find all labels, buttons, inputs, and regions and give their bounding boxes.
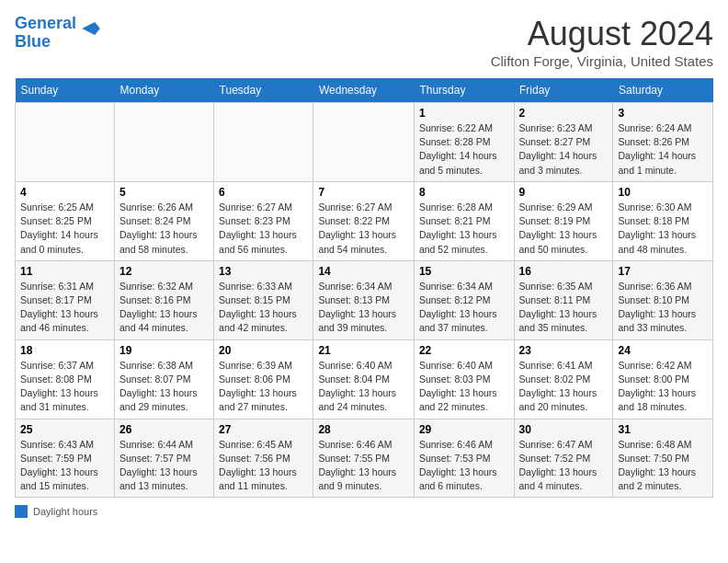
calendar-day-header: Wednesday <box>313 78 415 103</box>
day-number: 3 <box>618 107 708 120</box>
day-info: Sunrise: 6:29 AMSunset: 8:19 PMDaylight:… <box>519 201 609 257</box>
day-info: Sunrise: 6:27 AMSunset: 8:22 PMDaylight:… <box>318 201 409 257</box>
calendar-cell: 5Sunrise: 6:26 AMSunset: 8:24 PMDaylight… <box>114 181 213 260</box>
calendar-day-header: Tuesday <box>214 78 313 103</box>
day-number: 18 <box>20 344 109 357</box>
day-number: 1 <box>419 107 509 120</box>
legend-color-box <box>15 505 28 518</box>
day-info: Sunrise: 6:35 AMSunset: 8:11 PMDaylight:… <box>519 280 609 336</box>
calendar-cell: 27Sunrise: 6:45 AMSunset: 7:56 PMDayligh… <box>214 419 313 498</box>
day-info: Sunrise: 6:27 AMSunset: 8:23 PMDaylight:… <box>219 201 308 257</box>
day-info: Sunrise: 6:42 AMSunset: 8:00 PMDaylight:… <box>618 359 708 415</box>
day-number: 15 <box>419 265 509 278</box>
day-number: 12 <box>119 265 209 278</box>
calendar-cell: 28Sunrise: 6:46 AMSunset: 7:55 PMDayligh… <box>313 419 415 498</box>
day-info: Sunrise: 6:31 AMSunset: 8:17 PMDaylight:… <box>20 280 109 336</box>
day-number: 2 <box>519 107 609 120</box>
calendar-cell: 7Sunrise: 6:27 AMSunset: 8:22 PMDaylight… <box>313 181 415 260</box>
day-number: 25 <box>20 423 109 436</box>
day-number: 7 <box>318 186 409 199</box>
day-info: Sunrise: 6:46 AMSunset: 7:55 PMDaylight:… <box>318 438 409 494</box>
day-number: 30 <box>519 423 609 436</box>
day-info: Sunrise: 6:37 AMSunset: 8:08 PMDaylight:… <box>20 359 109 415</box>
calendar-cell: 10Sunrise: 6:30 AMSunset: 8:18 PMDayligh… <box>613 181 713 260</box>
day-number: 8 <box>419 186 509 199</box>
calendar-cell: 17Sunrise: 6:36 AMSunset: 8:10 PMDayligh… <box>613 260 713 339</box>
logo: General Blue <box>15 15 104 52</box>
day-info: Sunrise: 6:36 AMSunset: 8:10 PMDaylight:… <box>618 280 708 336</box>
day-number: 5 <box>119 186 209 199</box>
calendar-cell: 23Sunrise: 6:41 AMSunset: 8:02 PMDayligh… <box>514 339 613 419</box>
location-title: Clifton Forge, Virginia, United States <box>491 53 713 69</box>
calendar-cell: 25Sunrise: 6:43 AMSunset: 7:59 PMDayligh… <box>16 419 115 498</box>
calendar-cell: 8Sunrise: 6:28 AMSunset: 8:21 PMDaylight… <box>414 181 514 260</box>
calendar-cell: 19Sunrise: 6:38 AMSunset: 8:07 PMDayligh… <box>114 339 213 419</box>
day-number: 17 <box>618 265 708 278</box>
day-info: Sunrise: 6:46 AMSunset: 7:53 PMDaylight:… <box>419 438 509 494</box>
day-info: Sunrise: 6:33 AMSunset: 8:15 PMDaylight:… <box>219 280 308 336</box>
calendar-cell <box>16 103 115 182</box>
day-number: 31 <box>618 423 708 436</box>
day-info: Sunrise: 6:39 AMSunset: 8:06 PMDaylight:… <box>219 359 308 415</box>
day-number: 20 <box>219 344 308 357</box>
day-info: Sunrise: 6:40 AMSunset: 8:03 PMDaylight:… <box>419 359 509 415</box>
calendar-cell: 2Sunrise: 6:23 AMSunset: 8:27 PMDaylight… <box>514 103 613 182</box>
calendar-cell: 13Sunrise: 6:33 AMSunset: 8:15 PMDayligh… <box>214 260 313 339</box>
calendar-cell: 16Sunrise: 6:35 AMSunset: 8:11 PMDayligh… <box>514 260 613 339</box>
calendar-cell: 14Sunrise: 6:34 AMSunset: 8:13 PMDayligh… <box>313 260 415 339</box>
day-number: 23 <box>519 344 609 357</box>
calendar-cell: 9Sunrise: 6:29 AMSunset: 8:19 PMDaylight… <box>514 181 613 260</box>
day-info: Sunrise: 6:32 AMSunset: 8:16 PMDaylight:… <box>119 280 209 336</box>
calendar-cell: 18Sunrise: 6:37 AMSunset: 8:08 PMDayligh… <box>16 339 115 419</box>
day-number: 21 <box>318 344 409 357</box>
day-number: 22 <box>419 344 509 357</box>
title-area: August 2024 Clifton Forge, Virginia, Uni… <box>491 15 713 69</box>
day-number: 16 <box>519 265 609 278</box>
day-info: Sunrise: 6:47 AMSunset: 7:52 PMDaylight:… <box>519 438 609 494</box>
day-number: 28 <box>318 423 409 436</box>
calendar-cell: 29Sunrise: 6:46 AMSunset: 7:53 PMDayligh… <box>414 419 514 498</box>
day-info: Sunrise: 6:34 AMSunset: 8:13 PMDaylight:… <box>318 280 409 336</box>
calendar-cell: 12Sunrise: 6:32 AMSunset: 8:16 PMDayligh… <box>114 260 213 339</box>
calendar-cell: 31Sunrise: 6:48 AMSunset: 7:50 PMDayligh… <box>613 419 713 498</box>
legend-label: Daylight hours <box>33 506 97 517</box>
day-number: 14 <box>318 265 409 278</box>
calendar-cell: 30Sunrise: 6:47 AMSunset: 7:52 PMDayligh… <box>514 419 613 498</box>
day-number: 6 <box>219 186 308 199</box>
calendar-table: SundayMondayTuesdayWednesdayThursdayFrid… <box>15 78 713 498</box>
day-number: 26 <box>119 423 209 436</box>
day-number: 9 <box>519 186 609 199</box>
day-info: Sunrise: 6:22 AMSunset: 8:28 PMDaylight:… <box>419 121 509 178</box>
calendar-cell <box>114 103 213 182</box>
day-number: 19 <box>119 344 209 357</box>
day-info: Sunrise: 6:30 AMSunset: 8:18 PMDaylight:… <box>618 201 708 257</box>
day-info: Sunrise: 6:41 AMSunset: 8:02 PMDaylight:… <box>519 359 609 415</box>
day-info: Sunrise: 6:38 AMSunset: 8:07 PMDaylight:… <box>119 359 209 415</box>
svg-marker-0 <box>82 22 100 35</box>
day-number: 4 <box>20 186 109 199</box>
day-info: Sunrise: 6:43 AMSunset: 7:59 PMDaylight:… <box>20 438 109 494</box>
calendar-cell: 21Sunrise: 6:40 AMSunset: 8:04 PMDayligh… <box>313 339 415 419</box>
calendar-cell: 22Sunrise: 6:40 AMSunset: 8:03 PMDayligh… <box>414 339 514 419</box>
day-number: 29 <box>419 423 509 436</box>
calendar-day-header: Thursday <box>414 78 514 103</box>
calendar-cell: 15Sunrise: 6:34 AMSunset: 8:12 PMDayligh… <box>414 260 514 339</box>
calendar-day-header: Monday <box>114 78 213 103</box>
calendar-cell: 4Sunrise: 6:25 AMSunset: 8:25 PMDaylight… <box>16 181 115 260</box>
calendar-cell: 24Sunrise: 6:42 AMSunset: 8:00 PMDayligh… <box>613 339 713 419</box>
calendar-cell: 11Sunrise: 6:31 AMSunset: 8:17 PMDayligh… <box>16 260 115 339</box>
calendar-cell: 1Sunrise: 6:22 AMSunset: 8:28 PMDaylight… <box>414 103 514 182</box>
calendar-cell: 26Sunrise: 6:44 AMSunset: 7:57 PMDayligh… <box>114 419 213 498</box>
day-info: Sunrise: 6:45 AMSunset: 7:56 PMDaylight:… <box>219 438 308 494</box>
legend-area: Daylight hours <box>15 505 713 518</box>
logo-text: General Blue <box>15 15 76 52</box>
day-info: Sunrise: 6:25 AMSunset: 8:25 PMDaylight:… <box>20 201 109 257</box>
calendar-day-header: Sunday <box>16 78 115 103</box>
day-number: 24 <box>618 344 708 357</box>
day-number: 13 <box>219 265 308 278</box>
page-header: General Blue August 2024 Clifton Forge, … <box>15 15 713 69</box>
calendar-cell: 20Sunrise: 6:39 AMSunset: 8:06 PMDayligh… <box>214 339 313 419</box>
calendar-cell <box>313 103 415 182</box>
day-info: Sunrise: 6:23 AMSunset: 8:27 PMDaylight:… <box>519 121 609 178</box>
day-info: Sunrise: 6:24 AMSunset: 8:26 PMDaylight:… <box>618 121 708 178</box>
